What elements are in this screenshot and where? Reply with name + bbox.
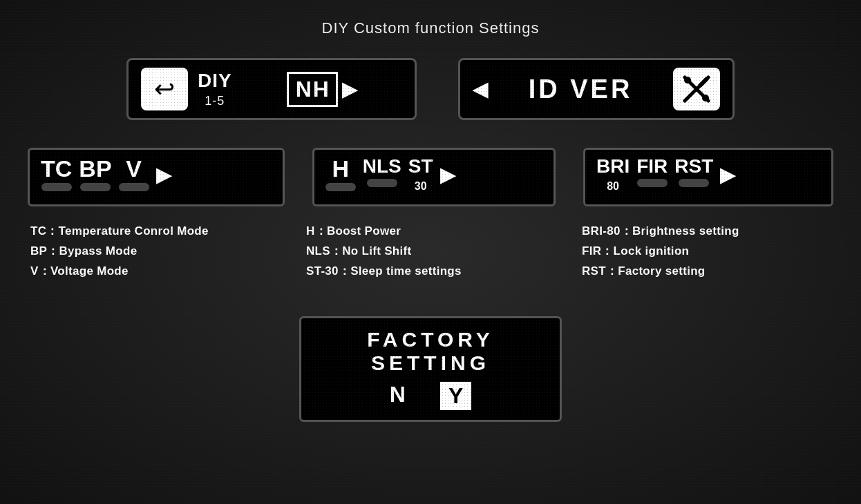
nls-label: NLS	[363, 157, 401, 176]
svg-point-2	[684, 77, 691, 84]
h-item: H	[325, 157, 356, 191]
bri-value: 80	[607, 180, 619, 193]
desc-v: V：Voltage Mode	[30, 263, 279, 279]
factory-n-option[interactable]: N	[390, 382, 406, 410]
rst-item: RST	[674, 157, 713, 187]
panel-left-arrow: ▶	[156, 164, 171, 186]
fir-underline	[637, 179, 668, 187]
nls-item: NLS	[363, 157, 401, 187]
tools-icon	[673, 68, 720, 110]
back-arrow-icon: ↩	[154, 77, 175, 101]
factory-options: N Y	[315, 382, 546, 410]
h-label: H	[332, 157, 349, 180]
bp-label: BP	[79, 157, 111, 180]
desc-rst: RST：Factory setting	[582, 263, 831, 279]
middle-panels: TC BP V ▶ H NLS ST 30 ▶ BRI 8	[0, 148, 861, 206]
factory-title: FACTORY SETTING	[315, 328, 546, 375]
diy-sub: 1-5	[205, 95, 225, 108]
h-letter: H	[313, 77, 329, 102]
tc-underline	[41, 183, 72, 191]
svg-point-3	[702, 95, 709, 101]
bri-label: BRI	[596, 157, 630, 176]
desc-nls: NLS：No Lift Shift	[306, 243, 555, 259]
desc-col-right: BRI-80：Brightness setting FIR：Lock ignit…	[582, 223, 831, 283]
diy-main: DIY	[198, 70, 232, 92]
tc-label: TC	[41, 157, 72, 180]
bp-underline	[80, 183, 111, 191]
top-right-panel: ◀ ID VER	[458, 58, 735, 120]
rst-underline	[679, 179, 709, 187]
panel-right-arrow: ▶	[720, 164, 735, 186]
factory-y-option[interactable]: Y	[440, 382, 471, 410]
id-ver-label: ID VER	[498, 75, 663, 104]
page-title: DIY Custom function Settings	[0, 0, 861, 37]
desc-st: ST-30：Sleep time settings	[306, 263, 555, 279]
tc-bp-v-panel: TC BP V ▶	[28, 148, 285, 206]
back-button[interactable]: ↩	[141, 68, 188, 110]
desc-col-left: TC：Temperature Conrol Mode BP：Bypass Mod…	[30, 223, 279, 283]
fir-item: FIR	[636, 157, 668, 187]
v-item: V	[119, 157, 149, 191]
v-label: V	[126, 157, 142, 180]
bp-item: BP	[79, 157, 111, 191]
fir-label: FIR	[636, 157, 668, 176]
svg-rect-4	[697, 77, 709, 88]
tc-item: TC	[41, 157, 72, 191]
desc-h: H：Boost Power	[306, 223, 555, 239]
desc-col-mid: H：Boost Power NLS：No Lift Shift ST-30：Sl…	[306, 223, 555, 283]
nh-arrow-right: ▶	[342, 78, 357, 101]
nh-display: N H ▶	[242, 72, 402, 107]
bri-fir-rst-panel: BRI 80 FIR RST ▶	[583, 148, 833, 206]
h-nls-st-panel: H NLS ST 30 ▶	[312, 148, 556, 206]
desc-fir: FIR：Lock ignition	[582, 243, 831, 259]
panel-mid-arrow: ▶	[440, 164, 455, 186]
factory-section: FACTORY SETTING N Y	[0, 316, 861, 422]
nls-underline	[367, 179, 397, 187]
top-panels: ↩ DIY 1-5 N H ▶ ◀ ID VER	[0, 58, 861, 120]
factory-box: FACTORY SETTING N Y	[299, 316, 562, 422]
st-item: ST 30	[408, 157, 433, 193]
wrench-scissors-icon	[679, 72, 714, 106]
desc-tc: TC：Temperature Conrol Mode	[30, 223, 279, 239]
n-letter: N	[296, 77, 312, 102]
desc-bp: BP：Bypass Mode	[30, 243, 279, 259]
h-underline	[325, 183, 356, 191]
v-underline	[119, 183, 149, 191]
desc-bri: BRI-80：Brightness setting	[582, 223, 831, 239]
st-value: 30	[415, 180, 427, 193]
id-arrow-left: ◀	[473, 78, 488, 101]
descriptions-row: TC：Temperature Conrol Mode BP：Bypass Mod…	[0, 223, 861, 283]
nh-box: N H	[287, 72, 338, 107]
bri-item: BRI 80	[596, 157, 630, 193]
rst-label: RST	[674, 157, 713, 176]
diy-label-group: DIY 1-5	[198, 70, 232, 108]
st-label: ST	[408, 157, 433, 176]
top-left-panel: ↩ DIY 1-5 N H ▶	[126, 58, 417, 120]
